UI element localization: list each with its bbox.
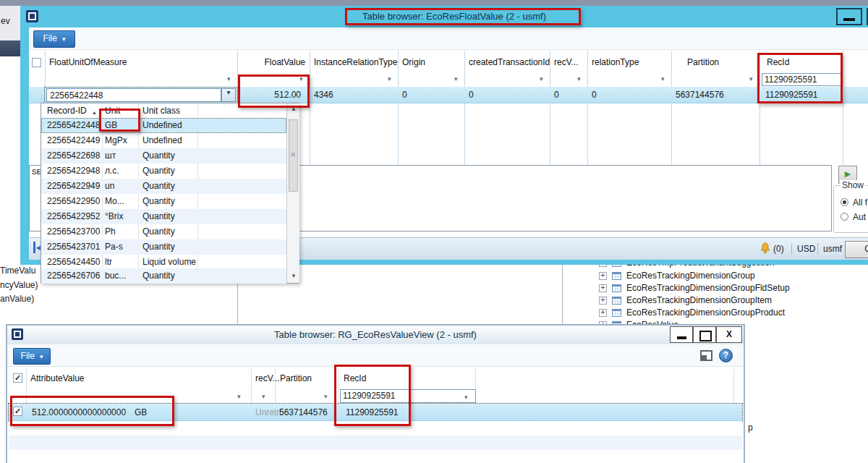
- notification-count[interactable]: (0): [773, 244, 784, 254]
- filter-dropdown-icon[interactable]: [540, 73, 543, 83]
- lookup-cell: Quantity: [142, 226, 175, 237]
- app-icon: [26, 10, 38, 22]
- lookup-cell: 22565422950: [47, 196, 100, 206]
- lookup-row[interactable]: 22565422950 Mo... Quantity: [41, 194, 286, 209]
- filter-dropdown-icon[interactable]: [749, 73, 753, 83]
- cell-partition: 5637144576: [279, 407, 328, 417]
- column-header[interactable]: relationType: [592, 57, 639, 67]
- lookup-scrollbar[interactable]: ▲ ▼: [286, 103, 299, 283]
- column-header[interactable]: Origin: [402, 57, 425, 67]
- empty-row: [9, 450, 742, 463]
- file-menu-button[interactable]: File▾: [13, 348, 51, 365]
- scrollbar-thumb[interactable]: [289, 119, 298, 192]
- filter-dropdown-icon[interactable]: [454, 73, 458, 83]
- column-header[interactable]: InstanceRelationType: [314, 57, 397, 67]
- lookup-cell: Ph: [105, 226, 116, 237]
- lookup-row[interactable]: 22565422948 л.с. Quantity: [41, 163, 286, 179]
- company-indicator[interactable]: usmf: [823, 244, 842, 254]
- background-navy-bar: [0, 41, 20, 56]
- file-menu-label: File: [21, 351, 35, 361]
- column-header[interactable]: Partition: [280, 373, 312, 383]
- lookup-cell: un: [105, 181, 114, 191]
- lookup-cell: Quantity: [142, 196, 175, 206]
- cell-recv: 0: [554, 90, 559, 100]
- annotation-box-recid-top: [757, 53, 843, 103]
- annotation-box-title: [345, 8, 581, 25]
- expand-icon[interactable]: [599, 297, 607, 305]
- combo-dropdown-button[interactable]: [221, 88, 236, 102]
- show-groupbox: Show All f Aut: [833, 185, 868, 233]
- lookup-cell: buc...: [105, 271, 126, 281]
- select-all-checkbox[interactable]: [13, 373, 22, 383]
- tree-item-label[interactable]: EcoResTrackingDimensionGroupItem: [626, 295, 772, 305]
- maximize-button[interactable]: [693, 326, 716, 343]
- column-header[interactable]: createdTransactionId: [469, 57, 550, 67]
- lookup-row[interactable]: 22565422448 GB Undefined: [41, 118, 286, 133]
- tree-item-label[interactable]: EcoResTrackingDimensionGroup: [626, 271, 755, 281]
- file-menu-button[interactable]: File▾: [33, 30, 75, 48]
- column-header[interactable]: FloatUnitOfMeasure: [49, 57, 127, 67]
- aot-tree: EcoResTmpProductVariantSuggestion EcoRes…: [592, 255, 868, 334]
- expand-icon[interactable]: [599, 284, 607, 292]
- filter-dropdown-icon[interactable]: [661, 73, 665, 83]
- close-button[interactable]: Cl: [845, 241, 868, 258]
- radio-all-fields[interactable]: [841, 198, 848, 206]
- filter-dropdown-icon[interactable]: [227, 73, 231, 83]
- tree-item[interactable]: EcoResTrackingDimensionGroupProduct: [592, 307, 868, 319]
- lookup-row[interactable]: 22565423700 Ph Quantity: [41, 224, 286, 239]
- filter-dropdown-icon[interactable]: [464, 391, 468, 402]
- select-all-checkbox[interactable]: [32, 58, 41, 67]
- radio-all-fields-label[interactable]: All f: [853, 197, 867, 208]
- filter-dropdown-icon[interactable]: [237, 391, 241, 401]
- lookup-row[interactable]: 22565422949 un Quantity: [41, 179, 286, 194]
- cell-createdtransactionid: 0: [469, 90, 474, 100]
- lookup-cell: Liquid volume: [142, 257, 196, 267]
- show-group-legend: Show: [840, 180, 866, 190]
- notifications-bell-icon[interactable]: [760, 242, 771, 257]
- help-icon[interactable]: [719, 349, 733, 362]
- tree-item-label[interactable]: EcoResTrackingDimensionGroupProduct: [626, 307, 785, 318]
- filter-dropdown-icon[interactable]: [388, 73, 391, 83]
- column-header[interactable]: AttributeValue: [30, 373, 85, 383]
- lookup-row[interactable]: 22565422449 MgPx Undefined: [41, 133, 286, 148]
- background-text-fragment: ncyValue): [0, 280, 38, 290]
- lookup-row[interactable]: 22565422698 шт Quantity: [41, 148, 286, 163]
- tree-item-label[interactable]: EcoResTrackingDimensionGroupFldSetup: [626, 283, 790, 293]
- column-header[interactable]: recV...: [255, 373, 280, 383]
- lookup-cell: Quantity: [142, 242, 175, 252]
- radio-auto-report-label[interactable]: Aut: [853, 212, 866, 222]
- lookup-row[interactable]: 22565426706 buc... Quantity: [41, 268, 286, 284]
- radio-auto-report[interactable]: [841, 213, 848, 221]
- background-text-fragment: p: [748, 422, 753, 433]
- filter-dropdown-icon[interactable]: [262, 391, 265, 401]
- unit-combo-input[interactable]: 22565422448: [46, 88, 221, 102]
- lookup-cell: °Brix: [105, 211, 123, 221]
- close-icon[interactable]: [716, 326, 742, 343]
- column-header[interactable]: FloatValue: [237, 57, 305, 67]
- layout-icon[interactable]: [700, 350, 712, 361]
- background-pane-divider: [562, 259, 563, 324]
- lookup-row[interactable]: 22565424450 ltr Liquid volume: [41, 255, 286, 270]
- expand-icon[interactable]: [599, 272, 607, 280]
- expand-icon[interactable]: [599, 309, 607, 317]
- tree-item[interactable]: EcoResTrackingDimensionGroup: [592, 270, 868, 282]
- sort-ascending-icon: [92, 106, 97, 116]
- column-header[interactable]: recV...: [554, 57, 579, 67]
- cell-partition: 5637144576: [676, 90, 724, 100]
- table-icon: [612, 309, 621, 317]
- filter-dropdown-icon[interactable]: [577, 73, 581, 83]
- currency-indicator[interactable]: USD: [797, 244, 815, 254]
- tree-item[interactable]: EcoResTrackingDimensionGroupItem: [592, 294, 868, 307]
- lookup-cell: 22565423701: [47, 242, 100, 252]
- minimize-button[interactable]: [836, 8, 862, 25]
- tree-item[interactable]: EcoResTrackingDimensionGroupFldSetup: [592, 282, 868, 294]
- filter-dropdown-icon[interactable]: [324, 391, 328, 401]
- minimize-button[interactable]: [670, 326, 693, 343]
- lookup-row[interactable]: 22565423701 Pa-s Quantity: [41, 239, 286, 255]
- lookup-column-header[interactable]: Unit class: [142, 106, 180, 116]
- lookup-row[interactable]: 22565422952 °Brix Quantity: [41, 209, 286, 224]
- lookup-column-header[interactable]: Record-ID: [47, 106, 87, 116]
- statusbar-divider: [817, 243, 818, 255]
- scroll-down-icon[interactable]: ▼: [288, 271, 299, 281]
- column-header[interactable]: Partition: [687, 57, 719, 67]
